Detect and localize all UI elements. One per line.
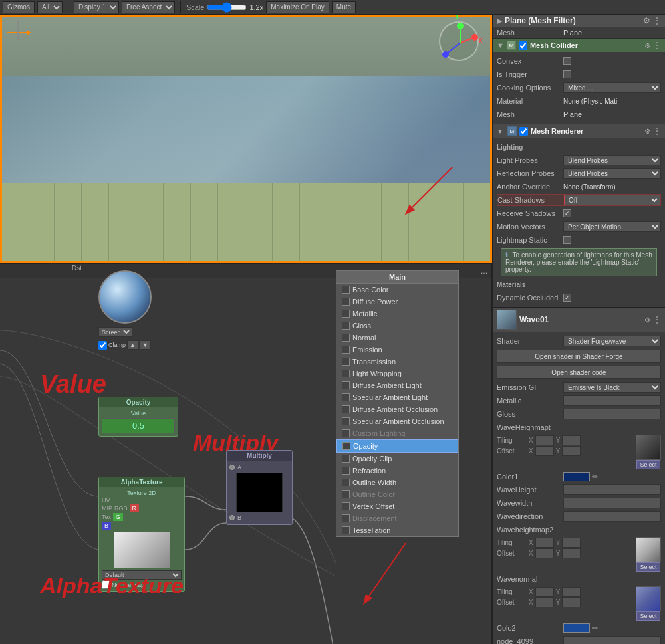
wave-direction-input[interactable]: 0 [563,511,661,522]
multiply-node[interactable]: Multiply A B [226,450,293,525]
menu-refraction[interactable]: Refraction [336,465,458,477]
convex-checkbox[interactable] [563,57,571,65]
alpha-b-btn[interactable]: B [102,522,111,530]
lighting-row: Lighting [497,141,661,153]
lightmap-static-checkbox[interactable] [563,236,571,244]
alpha-r-btn[interactable]: R [130,504,140,512]
viewport[interactable]: X Y [0,15,492,264]
color2-swatch[interactable] [563,623,590,633]
menu-light-wrapping[interactable]: Light Wrapping [336,368,458,379]
axis-x-label: X [478,37,483,45]
menu-specular-ambient-light[interactable]: Specular Ambient Light [336,391,458,403]
mute-btn[interactable]: Mute [332,1,356,13]
dynamic-occluded-label: Dynamic Occluded [497,294,563,302]
menu-opacity[interactable]: Opacity [336,439,458,453]
offset3-label: Offset [497,599,527,606]
offset2-y-input[interactable]: 0 [562,548,581,558]
tiling2-y-input[interactable]: 1 [562,538,581,548]
receive-shadows-checkbox[interactable] [563,209,571,217]
plane-more-icon[interactable]: ⋮ [653,16,661,25]
menu-diffuse-ambient-light[interactable]: Diffuse Ambient Light [336,379,458,391]
light-probes-select[interactable]: Blend Probes [563,155,661,165]
color2-picker-icon[interactable]: ✏ [592,624,598,633]
reflection-probes-select[interactable]: Blend Probes [563,168,661,179]
menu-tessellation[interactable]: Tessellation [336,524,458,536]
wave01-gear-icon[interactable]: ⚙ [644,316,650,324]
mc-more-icon[interactable]: ⋮ [653,41,661,50]
mesh-renderer-header[interactable]: ▼ M Mesh Renderer ⚙ ⋮ [493,124,665,138]
gizmos-btn[interactable]: Gizmos [3,1,35,13]
tiling1-y-input[interactable]: 4 [562,435,581,445]
menu-emission[interactable]: Emission [336,344,458,356]
wave-height-input[interactable]: 0.5 [563,484,661,495]
value-node-display[interactable]: 0.5 [102,418,175,433]
mr-gear-icon[interactable]: ⚙ [644,128,650,135]
aspect-select[interactable]: Free Aspect [122,1,175,13]
offset2-x-input[interactable]: 0 [535,548,554,558]
clamp-checkbox[interactable] [98,341,107,350]
metallic-row: Metallic 1 [497,395,661,407]
menu-metallic[interactable]: Metallic [336,308,458,320]
wave-normal-select-btn[interactable]: Select [636,611,660,621]
tiling3-y-input[interactable]: 10 [562,587,581,597]
node4099-input[interactable]: 1.5 [563,636,661,644]
tiling3-x-input[interactable]: 10 [535,587,554,597]
offset3-x-input[interactable]: 0 [535,597,554,607]
clamp-up-btn[interactable]: ▲ [127,340,138,350]
open-shader-forge-btn[interactable]: Open shader in Shader Forge [497,350,661,363]
maximize-btn[interactable]: Maximize On Play [266,1,329,13]
scale-slider[interactable] [207,3,247,11]
mc-gear-icon[interactable]: ⚙ [644,42,650,49]
cast-shadows-select[interactable]: Off [564,195,660,205]
menu-diffuse-ambient-occlusion[interactable]: Diffuse Ambient Occlusion [336,403,458,415]
menu-transmission[interactable]: Transmission [336,356,458,368]
value-node[interactable]: Opacity Value 0.5 [98,397,178,437]
display-select[interactable]: Display 1 [74,1,119,13]
plane-settings-icon[interactable]: ⚙ [643,16,650,25]
mesh-collider-enabled[interactable] [519,41,527,50]
offset3-y-input[interactable]: 0 [562,597,581,607]
shader-select[interactable]: Shader Forge/wave [563,336,661,346]
motion-vectors-select[interactable]: Per Object Motion [563,221,661,232]
tiling1-x-input[interactable]: 4 [535,435,554,445]
wave-heightmapt-preview [636,435,661,460]
color1-picker-icon[interactable]: ✏ [592,473,598,481]
multiply-preview [236,473,283,512]
node-editor[interactable]: ... [0,264,491,644]
mesh-renderer-enabled[interactable] [519,127,528,136]
wave-heightmap2-select-btn[interactable]: Select [636,562,660,572]
alpha-g-btn[interactable]: G [113,513,123,521]
tiling2-x-input[interactable]: 1 [535,538,554,548]
menu-diffuse-power[interactable]: Diffuse Power [336,296,458,308]
dynamic-occluded-checkbox[interactable] [563,294,571,302]
menu-specular-ambient-occlusion[interactable]: Specular Ambient Occlusion [336,415,458,427]
metallic-input[interactable]: 1 [563,395,661,406]
menu-normal[interactable]: Normal [336,332,458,344]
emission-gi-select[interactable]: Emissive Is Black [563,382,661,393]
wave-width-input[interactable]: 2 [563,498,661,508]
motion-vectors-label: Motion Vectors [497,223,563,231]
menu-outline-width[interactable]: Outline Width [336,477,458,488]
cooking-options-select[interactable]: Mixed ... [563,82,661,93]
menu-base-color[interactable]: Base Color [336,284,458,296]
screen-select[interactable]: Screen [98,327,132,337]
menu-gloss[interactable]: Gloss [336,320,458,332]
materials-label[interactable]: Materials [497,281,525,288]
clamp-down-btn[interactable]: ▼ [140,340,151,350]
mr-more-icon[interactable]: ⋮ [653,126,661,136]
is-trigger-checkbox[interactable] [563,70,571,78]
offset1-x-input[interactable]: 0 [535,446,554,456]
wave-heightmapt-thumb: Select [636,435,661,469]
alpha-node-title: AlphaTexture [120,479,162,486]
gloss-input[interactable]: 0.8 [563,409,661,419]
open-shader-code-btn[interactable]: Open shader code [497,366,661,379]
color1-swatch[interactable] [563,472,590,481]
mr-fold-icon: ▼ [497,128,503,135]
menu-opacity-clip[interactable]: Opacity Clip [336,453,458,465]
wave-heightmapt-select-btn[interactable]: Select [636,460,660,469]
sphere-circle [98,270,152,324]
gizmos-select[interactable]: All [37,1,63,13]
offset1-y-input[interactable]: 0 [562,446,581,456]
wave01-more-icon[interactable]: ⋮ [653,315,661,324]
menu-vertex-offset[interactable]: Vertex Offset [336,500,458,512]
